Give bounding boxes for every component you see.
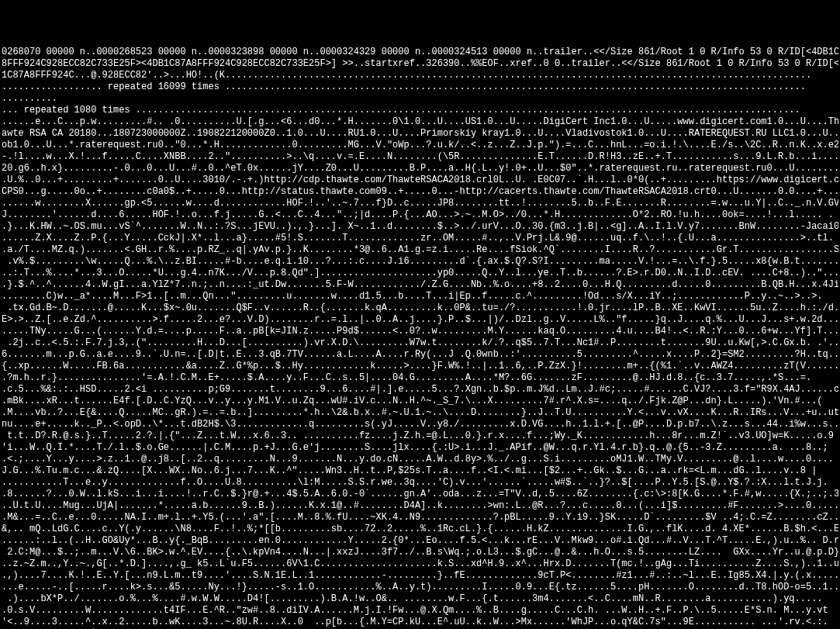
terminal-line: ......w........X......gp.<5......w....d.… (2, 198, 838, 209)
terminal-line: .,)....7....K.!..E..Y.[...n9.L.m..t9....… (2, 570, 838, 582)
terminal-line: 8FFF924C928ECC82C733E25F><4DB1C87A8FFF92… (2, 58, 838, 70)
terminal-line: 20.g6..h.x}.........-.0...0...U...#..0..… (2, 163, 838, 175)
terminal-line: ..z.~Z.m..,Y..~.,G[..*.D.]....,.g_ k5..L… (2, 558, 838, 570)
terminal-line: J.G...%.Tu.m.c...&.zQ....[X...WX..No..6.… (2, 465, 838, 477)
terminal-line: ........C)w.._a*....M...F>1..[..m...Qn..… (2, 291, 838, 302)
terminal-line: ......:..l..(..H..GO&Uy*...B..y{._BqB...… (2, 535, 838, 547)
terminal-line: .................. repeated 16099 times … (2, 81, 838, 93)
terminal-line: ......e...C...p.w.........#.. .0........… (2, 116, 838, 128)
terminal-line: .)....bX*P../.......o.%...%....#.w.W.W..… (2, 593, 838, 605)
terminal-line: 2.C:M@...$..;..m...V.\6..BK>.w.^.EV....{… (2, 547, 838, 558)
terminal-line: ...e.....-..[.....r....k>.s...&5.....Ny.… (2, 582, 838, 593)
terminal-line: .<.;....Y...y....>.z..1..@..j8..[..2..q.… (2, 454, 838, 465)
terminal-line: awte RSA CA 20180...180723000000Z..19082… (2, 128, 838, 140)
terminal-line: .2j..c..<.5.:.F.7.j.3,.(".........H...D.… (2, 337, 838, 349)
terminal-line: .tx.Gd.B~.D.......@.....K...$x~.0u......… (2, 302, 838, 314)
terminal-line: .....TNy.....G...(......Y.d.=....p.....F… (2, 326, 838, 337)
terminal-output: 0268070 00000 n..0000268523 00000 n..000… (0, 47, 840, 629)
terminal-line: 0268070 00000 n..0000268523 00000 n..000… (2, 47, 838, 58)
terminal-line: .mBk....xR...t......E4f.[.D..C.YzQ...v..… (2, 396, 838, 407)
terminal-line: &,.. mQ..LdG.C....c..Y(.y......\N8....F.… (2, 524, 838, 535)
terminal-line: ..:.T...%....*...3...O.....*U...g.4..n7K… (2, 268, 838, 279)
terminal-line: .M....vb..?...E{&....Q.....MC..gR.).=..=… (2, 407, 838, 419)
terminal-line: .}...K.HW..~.OS.mu...vS`^.......W..N..:.… (2, 221, 838, 233)
terminal-line: -.!l....w...X.!...f.....C....XNBB....2..… (2, 151, 838, 163)
terminal-line: ob1.0...U...*.raterequest.ru0.."0...*.H.… (2, 140, 838, 151)
terminal-line: t.t..D?.R.@.s.}..T.....2.?.|.{"...Z...t.… (2, 430, 838, 442)
terminal-line: .U.%..0...+.........+.......0..U....3010… (2, 175, 838, 186)
terminal-line: ......Z.X....Z..P.{...Y.....CckJ|.X*..l.… (2, 233, 838, 244)
terminal-line: .0.s.V.........W.............t4IF...E.^R… (2, 605, 838, 617)
terminal-line: .M&...=..C..e...0.....NA.I..m+.l..+.Y5.(… (2, 512, 838, 524)
terminal-line: 6.......m...p.G..a.e....9..`.U.n=..[.D|t… (2, 349, 838, 361)
terminal-line: 1C87A8FFF924C...@.928ECC82'..>...HO!..(K… (2, 70, 838, 81)
terminal-line: .a./T....MZ.q.).......<.GH..r.%....p.RZ_… (2, 244, 838, 256)
terminal-line: 'i...W..Q.I.*....T./.l..$.o.Ge......|.C.… (2, 442, 838, 454)
terminal-line: ... repeated 1080 times ................… (2, 105, 838, 116)
terminal-line: J........'......d....6.....HOF.!..o...f.… (2, 209, 838, 221)
terminal-line: E>.>..Z.[..e.Zd.^..........>.f.....2...e… (2, 314, 838, 326)
terminal-line: .v%.$.........\w.....Q...%.\..z.BI.....#… (2, 256, 838, 268)
terminal-line: .}.$.^..^......4..W.gI...a.YlZ*7..n.;..n… (2, 279, 838, 291)
terminal-line: nu....e+.....k.._P..<.opD..\*...t.dB2H$.… (2, 419, 838, 430)
terminal-line: '<..9....3.....^..x..2.....b..wK....3...… (2, 617, 838, 628)
terminal-line: ..U.t.U....Mug...UjA|.......*.....a.b...… (2, 500, 838, 512)
terminal-line: .8......?...0.W..l.kS...i...i....!..r.C.… (2, 489, 838, 500)
terminal-line: {..xp......W.....FB.6a...........&a....Z… (2, 361, 838, 372)
terminal-line: .?m.h..r.}...............'=.A.!.C.M..E+.… (2, 372, 838, 384)
terminal-line: ...........T...e..y.............f..O....… (2, 477, 838, 489)
terminal-line: CPS0...g.....0o..+........c0a0$..+.....0… (2, 186, 838, 198)
terminal-line: .c.5...%&:.:..HSD.....2.<i ..........p;G… (2, 384, 838, 396)
terminal-line: .......... (2, 93, 838, 105)
